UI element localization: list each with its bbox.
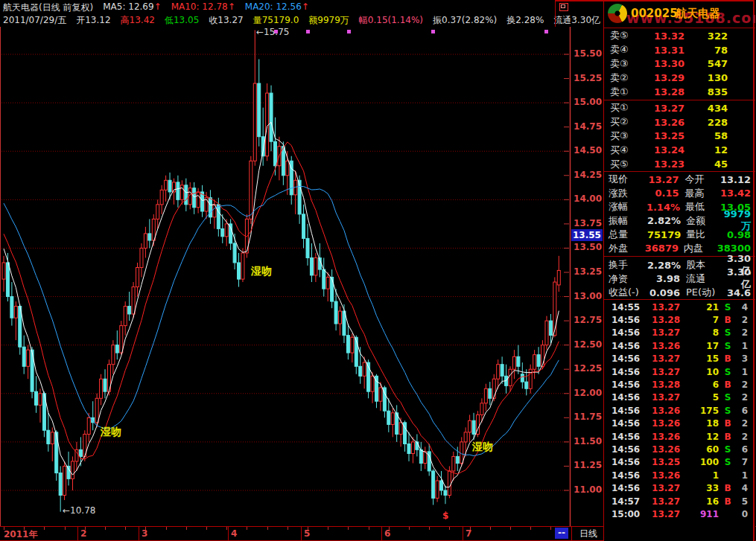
trade-row: 14:5613.278S2	[604, 327, 755, 339]
week-tick	[226, 527, 227, 530]
stat-row: 振幅2.82%金额9979万	[604, 214, 755, 228]
quote-field: 2011/07/29/五	[3, 14, 66, 27]
month-tick-label: 2011年	[4, 528, 37, 541]
price-tick-label: 11.75	[571, 412, 602, 422]
week-tick	[44, 527, 45, 530]
frame-line-mid	[555, 0, 556, 27]
quote-field: 高13.42	[121, 14, 155, 27]
trade-row: 14:5513.2721S4	[604, 301, 755, 313]
quote-field: 开13.12	[76, 14, 110, 27]
month-separator	[381, 527, 382, 540]
quote-stats: 现价13.27今开13.12涨跌0.15最高13.42涨幅1.14%最低13.0…	[604, 173, 755, 255]
price-tick-label: 12.75	[571, 315, 602, 325]
current-price-tag: 13.55	[571, 229, 603, 241]
week-tick	[288, 527, 288, 530]
price-tick-label: 15.50	[571, 48, 602, 59]
up-arrow-icon: ↑	[228, 1, 235, 12]
price-tick-label: 12.50	[571, 339, 602, 350]
ma-value-label: MA20: 12.56↑	[245, 1, 309, 14]
bid-levels: 买①13.27434买②13.26228买③13.2558买④13.2412买⑤…	[604, 101, 755, 171]
week-tick	[409, 527, 410, 530]
trade-row: 14:5613.2715B3	[604, 353, 755, 365]
ask-row[interactable]: 卖⑤13.32322	[604, 29, 755, 43]
quote-panel: www.55188.com 002025 航天电器 卖⑤13.32322卖④13…	[603, 0, 755, 541]
period-tab-daily[interactable]: 日线	[574, 528, 603, 540]
month-separator	[77, 527, 78, 540]
week-tick	[247, 527, 247, 530]
trade-row: 14:5613.275S2	[604, 391, 755, 404]
week-tick	[166, 527, 167, 530]
month-tick-label: 6	[384, 528, 390, 539]
scroll-more-tag[interactable]: --	[555, 528, 568, 539]
ma-value-label: MA10: 12.78↑	[171, 1, 235, 14]
quote-field: 量75179.0	[253, 14, 299, 27]
month-tick-label: 2	[80, 528, 86, 539]
quote-field: 额9979万	[308, 14, 349, 27]
ask-row[interactable]: 卖④13.3178	[604, 43, 755, 57]
up-arrow-icon: ↑	[154, 1, 162, 12]
price-tick-label: 11.25	[571, 460, 602, 470]
week-tick	[125, 527, 126, 530]
price-tick-label: 11.50	[571, 436, 602, 446]
trade-row: 14:5613.286B2	[604, 378, 755, 391]
price-tick-label: 13.50	[571, 242, 602, 252]
month-tick-label: 4	[231, 528, 237, 539]
bid-row[interactable]: 买⑤13.2345	[604, 157, 755, 171]
month-tick-label: 5	[304, 528, 310, 539]
axis-divider	[571, 527, 572, 540]
month-separator	[228, 527, 229, 540]
tick-trade-list[interactable]: 14:5513.2721S414:5613.287B214:5613.278S2…	[604, 301, 755, 521]
bid-row[interactable]: 买④13.2412	[604, 143, 755, 157]
quote-panel-header: www.55188.com 002025 航天电器	[604, 0, 755, 28]
week-tick	[510, 527, 511, 530]
frame-line-top-right	[556, 0, 754, 1]
week-tick	[308, 527, 308, 530]
price-tick-label: 11.00	[571, 484, 602, 495]
up-arrow-icon: ↑	[302, 1, 309, 12]
week-tick	[65, 527, 66, 530]
wet-kiss-label-1: 湿吻	[101, 426, 121, 439]
wet-kiss-label-3: 湿吻	[472, 441, 493, 454]
low-price-label: ←10.78	[63, 505, 95, 516]
ask-row[interactable]: 卖③13.30547	[604, 57, 755, 71]
chart-title: 航天电器(日线 前复权)	[3, 1, 93, 14]
trade-row: 14:5613.287B2	[604, 313, 755, 326]
trade-row: 14:5613.26175S6	[604, 404, 755, 417]
week-tick	[328, 527, 328, 530]
month-separator	[139, 527, 139, 540]
price-tick-label: 13.25	[571, 266, 602, 277]
week-tick	[85, 527, 86, 530]
fundamental-row: 收益(-)0.096PE(动)34.6	[604, 286, 755, 300]
week-tick	[4, 527, 4, 530]
frame-line-right	[753, 0, 755, 541]
price-tick-label: 12.25	[571, 363, 602, 374]
week-tick	[24, 527, 25, 530]
price-axis: 13.55 15.5015.2515.0014.7514.5014.2514.0…	[571, 27, 605, 526]
trade-row: 14:5613.2710S1	[604, 365, 755, 378]
week-tick	[530, 527, 531, 530]
ask-row[interactable]: 卖①13.28835	[604, 85, 755, 99]
quote-field: 低13.05	[165, 14, 199, 27]
week-tick	[105, 527, 106, 530]
trade-row: 14:5613.2617S1	[604, 339, 755, 352]
quote-field: 振0.37(2.82%)	[433, 14, 497, 27]
month-separator	[301, 527, 302, 540]
restore-window-icon[interactable]	[559, 3, 568, 11]
fundamental-row: 净资3.98流通3.30亿	[604, 272, 755, 286]
stat-row: 涨跌0.15最高13.42	[604, 187, 755, 201]
price-tick-label: 15.25	[571, 73, 602, 83]
main-chart-area[interactable]: ←15.75←10.78湿吻湿吻湿吻$	[0, 27, 572, 526]
stock-name: 航天电器	[676, 7, 720, 21]
trade-row: 15:0013.279110	[604, 508, 755, 520]
week-tick	[449, 527, 450, 530]
week-tick	[429, 527, 430, 530]
signal-marker: $	[442, 510, 448, 521]
fundamental-stats: 换手2.28%股本3.30亿净资3.98流通3.30亿收益(-)0.096PE(…	[604, 258, 755, 300]
stat-row: 现价13.27今开13.12	[604, 173, 755, 187]
ask-row[interactable]: 卖②13.29130	[604, 71, 755, 85]
bid-row[interactable]: 买②13.26228	[604, 115, 755, 129]
price-tick-label: 14.25	[571, 170, 602, 180]
quote-field: 流通3.30亿	[553, 14, 600, 27]
bid-row[interactable]: 买③13.2558	[604, 129, 755, 144]
bid-row[interactable]: 买①13.27434	[604, 101, 755, 115]
